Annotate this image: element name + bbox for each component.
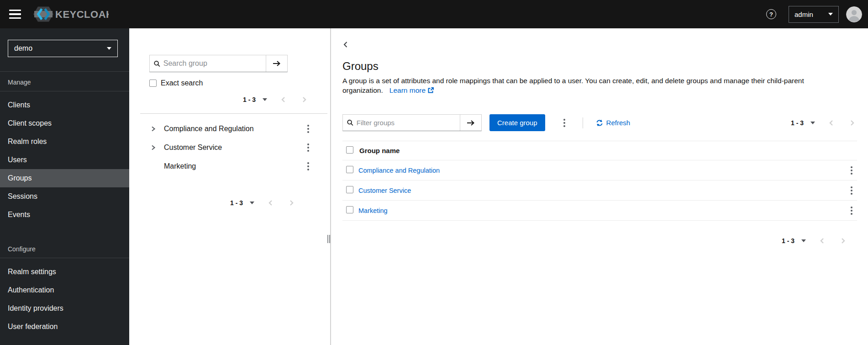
sidebar-item-authentication[interactable]: Authentication bbox=[0, 281, 129, 299]
learn-more-link[interactable]: Learn more bbox=[389, 86, 434, 94]
filter-groups-input[interactable] bbox=[357, 119, 460, 127]
refresh-button[interactable]: Refresh bbox=[596, 119, 631, 127]
chevron-down-icon bbox=[263, 98, 267, 101]
avatar[interactable] bbox=[846, 6, 862, 22]
row-checkbox[interactable] bbox=[346, 186, 353, 193]
pagination-range: 1 - 3 bbox=[230, 199, 243, 207]
kebab-menu-icon[interactable] bbox=[303, 123, 314, 134]
tree-item-marketing[interactable]: Marketing bbox=[129, 157, 330, 175]
kebab-menu-icon[interactable] bbox=[303, 142, 314, 153]
group-link[interactable]: Compliance and Regulation bbox=[358, 167, 440, 174]
chevron-down-icon bbox=[107, 47, 111, 50]
username: admin bbox=[794, 11, 813, 18]
pagination-toggle[interactable]: 1 - 3 bbox=[791, 119, 815, 127]
column-header-group-name: Group name bbox=[358, 147, 400, 154]
collapse-panel-button[interactable] bbox=[343, 40, 352, 48]
row-kebab-menu-icon[interactable] bbox=[846, 185, 857, 196]
group-link[interactable]: Marketing bbox=[358, 207, 388, 214]
sidebar-item-sessions[interactable]: Sessions bbox=[0, 187, 129, 206]
pagination-toggle[interactable]: 1 - 3 bbox=[230, 199, 254, 207]
sidebar-item-events[interactable]: Events bbox=[0, 206, 129, 224]
pagination-next-button[interactable] bbox=[847, 118, 857, 128]
realm-name: demo bbox=[14, 44, 32, 53]
pagination-prev-button[interactable] bbox=[265, 198, 275, 208]
pagination-prev-button[interactable] bbox=[826, 118, 836, 128]
table-pagination-bottom: 1 - 3 bbox=[782, 235, 848, 246]
keycloak-logo-icon: KEYCLOAK bbox=[33, 5, 109, 23]
chevron-right-icon bbox=[289, 200, 295, 206]
group-name[interactable]: Marketing bbox=[164, 162, 196, 170]
toolbar-kebab-menu-icon[interactable] bbox=[559, 117, 570, 128]
arrow-right-icon bbox=[273, 60, 281, 67]
table-row: Customer Service bbox=[342, 180, 857, 201]
sidebar-nav: demo Manage Clients Client scopes Realm … bbox=[0, 28, 129, 345]
pagination-range: 1 - 3 bbox=[243, 96, 256, 103]
expand-toggle[interactable] bbox=[150, 144, 156, 151]
create-group-button[interactable]: Create group bbox=[489, 114, 545, 131]
sidebar-item-identity-providers[interactable]: Identity providers bbox=[0, 299, 129, 318]
pagination-prev-button[interactable] bbox=[278, 95, 288, 105]
groups-toolbar: Create group Refresh 1 - 3 bbox=[342, 114, 857, 131]
external-link-icon bbox=[428, 87, 434, 93]
pagination-range: 1 - 3 bbox=[782, 237, 794, 244]
exact-search-row: Exact search bbox=[149, 79, 330, 87]
resize-handle-icon[interactable] bbox=[327, 235, 330, 243]
sidebar-item-groups[interactable]: Groups bbox=[0, 169, 129, 187]
group-link[interactable]: Customer Service bbox=[358, 187, 411, 194]
row-kebab-menu-icon[interactable] bbox=[846, 165, 857, 176]
avatar-icon bbox=[846, 6, 862, 22]
group-name[interactable]: Customer Service bbox=[164, 143, 222, 152]
chevron-left-icon bbox=[828, 120, 834, 126]
pagination-next-button[interactable] bbox=[299, 95, 309, 105]
row-checkbox[interactable] bbox=[346, 206, 353, 213]
table-pagination-bottom-row: 1 - 3 bbox=[342, 235, 857, 246]
exact-search-checkbox[interactable] bbox=[149, 80, 157, 87]
page-description: A group is a set of attributes and role … bbox=[342, 76, 857, 95]
hamburger-menu-icon[interactable] bbox=[9, 10, 21, 19]
group-name[interactable]: Compliance and Regulation bbox=[164, 125, 254, 133]
sidebar-item-client-scopes[interactable]: Client scopes bbox=[0, 114, 129, 133]
nav-section-configure: Configure bbox=[0, 239, 129, 258]
chevron-left-icon bbox=[819, 238, 825, 244]
expand-toggle[interactable] bbox=[150, 126, 156, 132]
tree-item-customer-service[interactable]: Customer Service bbox=[129, 138, 330, 157]
sidebar-item-clients[interactable]: Clients bbox=[0, 96, 129, 114]
chevron-right-icon bbox=[849, 120, 855, 126]
filter-submit-button[interactable] bbox=[460, 115, 481, 131]
top-bar: KEYCLOAK ? admin bbox=[0, 0, 868, 28]
pagination-toggle[interactable]: 1 - 3 bbox=[243, 96, 267, 103]
chevron-down-icon bbox=[828, 13, 833, 16]
row-checkbox[interactable] bbox=[346, 166, 353, 173]
kebab-menu-icon[interactable] bbox=[303, 161, 314, 172]
pagination-toggle[interactable]: 1 - 3 bbox=[782, 237, 806, 244]
user-dropdown[interactable]: admin bbox=[789, 6, 839, 23]
group-tree-list: Compliance and Regulation Customer Servi… bbox=[129, 114, 330, 175]
sidebar-item-realm-settings[interactable]: Realm settings bbox=[0, 263, 129, 281]
table-row: Marketing bbox=[342, 201, 857, 221]
sidebar-item-realm-roles[interactable]: Realm roles bbox=[0, 133, 129, 151]
search-icon bbox=[347, 119, 353, 126]
exact-search-label[interactable]: Exact search bbox=[161, 79, 203, 87]
row-kebab-menu-icon[interactable] bbox=[846, 205, 857, 216]
chevron-left-icon bbox=[280, 96, 286, 103]
tree-item-compliance-and-regulation[interactable]: Compliance and Regulation bbox=[129, 119, 330, 138]
arrow-right-icon bbox=[467, 120, 475, 126]
help-icon[interactable]: ? bbox=[766, 9, 776, 19]
panel-resize-divider[interactable] bbox=[330, 28, 331, 345]
table-row: Compliance and Regulation bbox=[342, 160, 857, 180]
chevron-down-icon bbox=[801, 239, 806, 242]
select-all-checkbox[interactable] bbox=[346, 146, 353, 154]
sidebar-item-users[interactable]: Users bbox=[0, 151, 129, 169]
chevron-right-icon bbox=[151, 144, 156, 151]
tree-pagination-top: 1 - 3 bbox=[129, 94, 330, 105]
search-submit-button[interactable] bbox=[266, 55, 287, 72]
pagination-next-button[interactable] bbox=[286, 198, 296, 208]
realm-selector[interactable]: demo bbox=[8, 40, 118, 57]
keycloak-logo: KEYCLOAK bbox=[33, 5, 109, 23]
search-group-input[interactable] bbox=[163, 59, 266, 68]
chevron-right-icon bbox=[151, 126, 156, 132]
sidebar-item-user-federation[interactable]: User federation bbox=[0, 318, 129, 336]
pagination-prev-button[interactable] bbox=[817, 236, 827, 246]
groups-main-panel: Groups A group is a set of attributes an… bbox=[331, 28, 868, 345]
pagination-next-button[interactable] bbox=[838, 236, 848, 246]
